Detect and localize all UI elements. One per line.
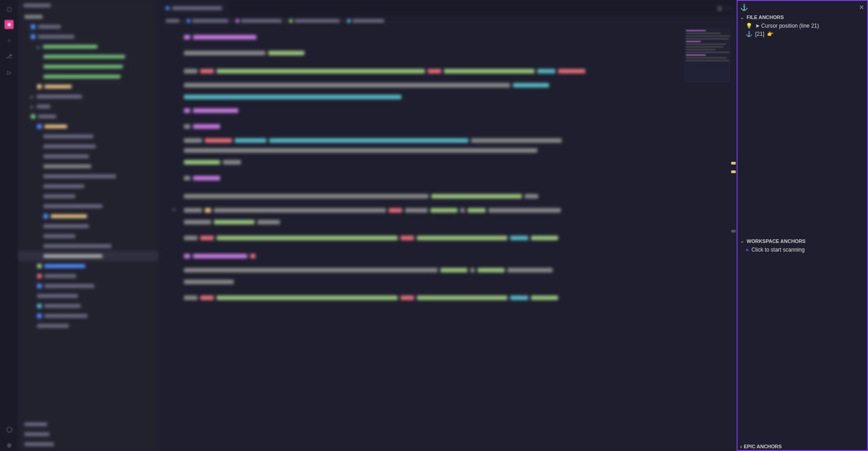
tree-folder[interactable] <box>18 112 159 121</box>
tree-item[interactable] <box>18 131 159 141</box>
epic-anchors-title: EPIC ANCHORS <box>744 444 782 449</box>
app-root: ▢ ■ ⌕ ⎇ ▷ ◯ ⚙ ▸ ▸ ▸ <box>0 0 868 451</box>
sidebar-bottom-sections <box>18 417 159 451</box>
chevron-right-icon: › <box>740 444 742 449</box>
tree-item-active[interactable] <box>18 251 159 261</box>
tree-folder[interactable] <box>18 22 159 32</box>
tree-item[interactable] <box>18 52 159 62</box>
pointing-hand-icon: 👉 <box>767 31 774 37</box>
anchors-panel: ⚓ ✕ ⌄ FILE ANCHORS 💡 ➤ Cursor position (… <box>737 0 868 451</box>
tree-item[interactable] <box>18 231 159 241</box>
file-anchors-title: FILE ANCHORS <box>747 15 784 20</box>
tree-item[interactable] <box>18 72 159 82</box>
extension-icon[interactable]: ■ <box>5 20 14 29</box>
tree-item[interactable] <box>18 201 159 211</box>
tree-section-label <box>18 12 159 22</box>
split-editor-icon[interactable]: ▥ <box>717 5 722 11</box>
epic-anchors-header[interactable]: › EPIC ANCHORS <box>738 443 867 450</box>
panel-toolbar: ⚓ ✕ <box>738 1 867 14</box>
tree-item[interactable] <box>18 181 159 191</box>
anchor-item-row[interactable]: ⚓ [21] 👉 <box>738 30 867 38</box>
lightbulb-icon: 💡 <box>746 23 752 29</box>
tree-item[interactable] <box>18 191 159 201</box>
tab-actions: ▥ ⋯ <box>717 5 737 11</box>
gear-icon[interactable]: ⚙ <box>4 440 14 451</box>
account-icon[interactable]: ◯ <box>4 424 14 435</box>
explorer-title <box>18 0 159 11</box>
explorer-icon[interactable]: ▢ <box>4 4 14 15</box>
tree-folder[interactable]: ▸ <box>18 102 159 112</box>
tree-item[interactable] <box>18 291 159 301</box>
section-npm[interactable] <box>18 439 159 449</box>
close-icon[interactable]: ✕ <box>859 4 864 11</box>
file-anchors-header[interactable]: ⌄ FILE ANCHORS <box>738 14 867 21</box>
tree-item[interactable] <box>18 281 159 291</box>
tree-folder[interactable] <box>18 32 159 42</box>
anchor-icon: ⚓ <box>740 4 748 11</box>
sidebar-explorer: ▸ ▸ ▸ <box>18 0 159 451</box>
double-chevron-icon: » <box>746 247 749 253</box>
scrollbar[interactable] <box>730 26 737 451</box>
section-timeline[interactable] <box>18 429 159 439</box>
tree-item[interactable] <box>18 241 159 251</box>
search-icon[interactable]: ⌕ <box>4 34 14 45</box>
tree-item[interactable] <box>18 321 159 331</box>
cursor-position-row[interactable]: 💡 ➤ Cursor position (line 21) <box>738 22 867 30</box>
tree-folder[interactable]: ▸ <box>18 42 159 52</box>
tree-item[interactable] <box>18 151 159 161</box>
tree-item[interactable] <box>18 62 159 72</box>
tab-bar: ▥ ⋯ <box>159 0 737 16</box>
cursor-position-label: ➤ Cursor position (line 21) <box>755 23 819 29</box>
tree-folder[interactable] <box>18 121 159 131</box>
breadcrumb[interactable]: › › › › <box>159 16 737 26</box>
file-tree[interactable]: ▸ ▸ ▸ <box>18 11 159 417</box>
source-control-icon[interactable]: ⎇ <box>4 51 14 62</box>
chevron-down-icon: ⌄ <box>740 238 745 243</box>
file-anchors-spacer <box>738 39 867 238</box>
scan-label: Click to start scanning <box>752 247 805 253</box>
scan-workspace-button[interactable]: » Click to start scanning <box>738 246 867 254</box>
tree-item[interactable] <box>18 301 159 311</box>
editor-body[interactable]: • <box>159 26 737 451</box>
tree-folder[interactable]: ▸ <box>18 92 159 102</box>
anchor-icon: ⚓ <box>746 31 752 37</box>
tree-item[interactable] <box>18 141 159 151</box>
editor-tab[interactable] <box>159 0 230 16</box>
minimap[interactable] <box>684 29 734 83</box>
tree-item[interactable] <box>18 82 159 92</box>
tree-item[interactable] <box>18 221 159 231</box>
activity-bar: ▢ ■ ⌕ ⎇ ▷ ◯ ⚙ <box>0 0 18 451</box>
workspace-anchors-header[interactable]: ⌄ WORKSPACE ANCHORS <box>738 238 867 245</box>
tree-item[interactable] <box>18 311 159 321</box>
tree-item[interactable] <box>18 161 159 171</box>
tree-item[interactable] <box>18 171 159 181</box>
chevron-down-icon: ⌄ <box>740 15 745 20</box>
workspace-anchors-title: WORKSPACE ANCHORS <box>747 238 805 244</box>
file-anchors-body: 💡 ➤ Cursor position (line 21) ⚓ [21] 👉 <box>738 21 867 39</box>
tree-item[interactable] <box>18 211 159 221</box>
section-outline[interactable] <box>18 419 159 429</box>
tree-item[interactable] <box>18 271 159 281</box>
editor-region: ▥ ⋯ › › › › <box>159 0 737 451</box>
anchor-line-label: [21] <box>755 31 764 37</box>
debug-icon[interactable]: ▷ <box>4 67 14 78</box>
more-icon[interactable]: ⋯ <box>726 5 731 11</box>
workspace-anchors-body: » Click to start scanning <box>738 245 867 443</box>
code-area[interactable]: • <box>159 26 737 451</box>
tree-item[interactable] <box>18 261 159 271</box>
